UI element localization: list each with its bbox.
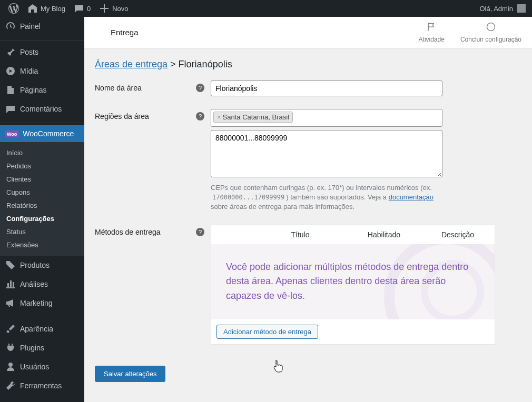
menu-separator <box>0 120 84 123</box>
megaphone-icon <box>5 298 16 308</box>
breadcrumb-current: Florianópolis <box>179 59 232 69</box>
sidebar-item-products[interactable]: Produtos <box>0 256 84 275</box>
greeting: Olá, Admin <box>479 5 513 13</box>
breadcrumb-zones-link[interactable]: Áreas de entrega <box>95 59 168 69</box>
sidebar-item-appearance[interactable]: Aparência <box>0 319 84 338</box>
comment-icon <box>74 3 84 14</box>
sidebar-comments-label: Comentários <box>20 105 62 113</box>
home-icon <box>27 3 38 14</box>
new-label: Novo <box>112 5 128 13</box>
woo-header: Entrega Atividade Concluir configuração <box>84 17 532 48</box>
table-header: Título Habilitado Descrição <box>211 225 495 244</box>
zone-name-input[interactable] <box>211 81 442 96</box>
plugin-icon <box>5 343 16 353</box>
sidebar-products-label: Produtos <box>20 261 50 269</box>
sidebar-dashboard-label: Painel <box>20 22 41 31</box>
sidebar-item-tools[interactable]: Ferramentas <box>0 376 84 395</box>
breadcrumb-sep: > <box>168 59 179 69</box>
sidebar-item-users[interactable]: Usuários <box>0 357 84 376</box>
col-enabled: Habilitado <box>347 230 421 239</box>
region-tag-label: Santa Catarina, Brasil <box>223 113 289 121</box>
sidebar-plugins-label: Plugins <box>20 344 44 352</box>
sidebar-item-plugins[interactable]: Plugins <box>0 338 84 357</box>
submenu-customers[interactable]: Clientes <box>0 173 84 186</box>
submenu-extensions[interactable]: Extensões <box>0 238 84 252</box>
content-area: Entrega Atividade Concluir configuração … <box>84 17 532 393</box>
submenu-orders[interactable]: Pedidos <box>0 159 84 173</box>
comment-icon <box>5 104 16 114</box>
woo-icon: Woo <box>5 130 18 137</box>
sidebar-woo-label: WooCommerce <box>23 129 74 138</box>
sidebar-item-analytics[interactable]: Análises <box>0 275 84 294</box>
comment-count: 0 <box>87 5 91 13</box>
finish-setup-label: Concluir configuração <box>460 36 521 43</box>
sidebar-item-pages[interactable]: Páginas <box>0 81 84 99</box>
admin-sidebar: Painel Posts Mídia Páginas Comentários W… <box>0 17 84 402</box>
empty-message: Você pode adicionar múltiplos métodos de… <box>226 260 480 304</box>
save-button[interactable]: Salvar alterações <box>95 366 165 382</box>
site-name: My Blog <box>41 5 65 13</box>
postcodes-hint: CEPs que contenham curingas (p. ex. 170*… <box>211 183 442 212</box>
region-select[interactable]: ×Santa Catarina, Brasil <box>211 109 442 127</box>
breadcrumb: Áreas de entrega > Florianópolis <box>95 59 521 70</box>
site-name-link[interactable]: My Blog <box>23 0 70 17</box>
pin-icon <box>5 47 16 57</box>
sidebar-item-woocommerce[interactable]: Woo WooCommerce <box>0 125 84 142</box>
postcodes-input[interactable]: 88000001...88099999 <box>211 130 442 177</box>
menu-separator <box>0 315 84 317</box>
zone-regions-label: Regiões da área <box>95 112 149 120</box>
hint-text: ) também são suportados. Veja a <box>286 193 388 201</box>
wp-logo[interactable] <box>4 0 23 17</box>
sidebar-marketing-label: Marketing <box>20 299 52 307</box>
sidebar-item-marketing[interactable]: Marketing <box>0 294 84 313</box>
activity-label: Atividade <box>419 36 445 43</box>
submenu-status[interactable]: Status <box>0 225 84 238</box>
brush-icon <box>5 324 16 334</box>
sidebar-pages-label: Páginas <box>20 86 47 94</box>
admin-bar: My Blog 0 Novo Olá, Admin <box>0 0 532 17</box>
sidebar-item-posts[interactable]: Posts <box>0 43 84 62</box>
remove-tag-icon[interactable]: × <box>217 113 221 121</box>
shipping-methods-table: Título Habilitado Descrição Você pode ad… <box>211 225 495 345</box>
avatar <box>517 4 526 13</box>
hint-text: sobre áreas de entrega para mais informa… <box>211 203 354 210</box>
comments-link[interactable]: 0 <box>70 0 95 17</box>
submenu-settings[interactable]: Configurações <box>0 212 84 225</box>
sidebar-media-label: Mídia <box>20 67 38 75</box>
col-title: Título <box>253 230 347 239</box>
help-tip-icon[interactable]: ? <box>196 228 204 236</box>
activity-button[interactable]: Atividade <box>419 22 445 43</box>
help-tip-icon[interactable]: ? <box>196 84 204 92</box>
documentation-link[interactable]: documentação <box>389 193 434 201</box>
empty-state: Você pode adicionar múltiplos métodos de… <box>211 244 495 320</box>
sidebar-analytics-label: Análises <box>20 280 48 288</box>
menu-separator <box>0 38 84 41</box>
sidebar-item-media[interactable]: Mídia <box>0 62 84 81</box>
woo-submenu: Início Pedidos Clientes Cupons Relatório… <box>0 142 84 256</box>
sidebar-appearance-label: Aparência <box>20 325 53 333</box>
zone-name-label: Nome da área <box>95 84 142 92</box>
wrench-icon <box>5 380 16 391</box>
wordpress-icon <box>8 3 19 14</box>
user-menu[interactable]: Olá, Admin <box>479 4 528 13</box>
sidebar-item-dashboard[interactable]: Painel <box>0 17 84 36</box>
new-content-link[interactable]: Novo <box>95 0 132 17</box>
products-icon <box>5 260 16 270</box>
user-icon <box>5 361 16 372</box>
circle-icon <box>486 22 496 32</box>
submenu-home[interactable]: Início <box>0 146 84 159</box>
region-tag: ×Santa Catarina, Brasil <box>213 112 293 123</box>
help-tip-icon[interactable]: ? <box>196 112 204 120</box>
col-desc: Descrição <box>421 230 495 239</box>
dashboard-icon <box>5 21 16 32</box>
submenu-coupons[interactable]: Cupons <box>0 186 84 199</box>
plus-icon <box>99 3 110 14</box>
hint-text: CEPs que contenham curingas (p. ex. 170*… <box>211 184 432 192</box>
sidebar-tools-label: Ferramentas <box>20 381 62 390</box>
page-icon <box>5 85 16 95</box>
submenu-reports[interactable]: Relatórios <box>0 199 84 212</box>
add-method-button[interactable]: Adicionar método de entrega <box>216 325 318 339</box>
sidebar-item-comments[interactable]: Comentários <box>0 99 84 118</box>
hint-code: 17000000...17099999 <box>211 193 286 202</box>
finish-setup-button[interactable]: Concluir configuração <box>460 22 521 43</box>
